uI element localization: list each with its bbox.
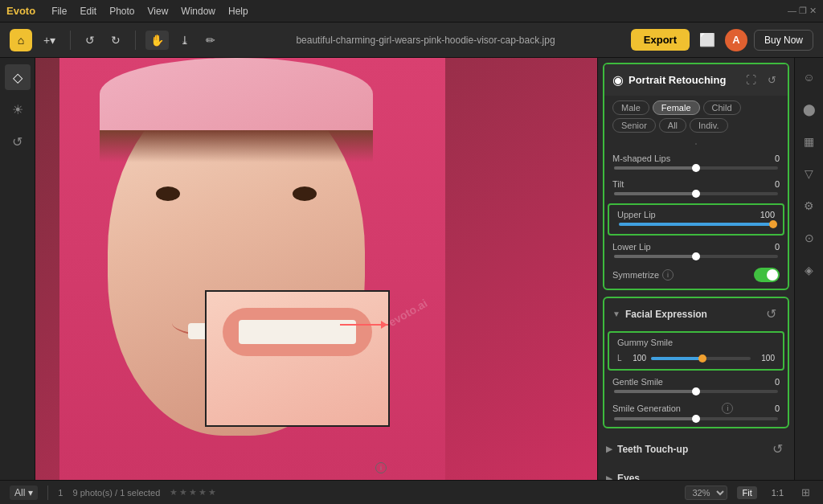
gummy-smile-track[interactable]: [651, 357, 751, 360]
menu-help[interactable]: Help: [228, 6, 248, 17]
add-button[interactable]: +▾: [39, 31, 60, 50]
tab-senior[interactable]: Senior: [612, 118, 656, 133]
star-3[interactable]: ★: [189, 487, 197, 498]
gentle-smile-fill: [614, 390, 696, 393]
star-rating[interactable]: ★ ★ ★ ★ ★: [170, 487, 216, 498]
menu-file[interactable]: File: [51, 6, 67, 17]
upper-lip-thumb[interactable]: [769, 220, 777, 228]
separator-1: [70, 31, 71, 50]
hat: [100, 58, 373, 130]
lower-lip-row: Lower Lip 0: [604, 239, 788, 264]
fullscreen-icon[interactable]: ⛶: [743, 71, 760, 89]
teeth-touchup-text: Teeth Touch-up: [617, 444, 688, 455]
menu-photo[interactable]: Photo: [109, 6, 134, 17]
sidebar-clothing-icon[interactable]: ▽: [796, 161, 822, 186]
app-logo[interactable]: Evoto: [6, 5, 35, 17]
gummy-smile-thumb[interactable]: [698, 354, 706, 363]
one-to-one-button[interactable]: 1:1: [767, 486, 788, 499]
m-shaped-lips-track[interactable]: [614, 166, 778, 170]
menu-view[interactable]: View: [148, 6, 169, 17]
home-button[interactable]: ⌂: [10, 29, 32, 51]
star-1[interactable]: ★: [170, 487, 178, 498]
fit-button[interactable]: Fit: [737, 486, 756, 499]
symmetrize-knob: [767, 269, 778, 281]
sidebar-shape-icon[interactable]: ◇: [5, 64, 31, 90]
buy-now-button[interactable]: Buy Now: [754, 30, 813, 51]
gentle-smile-track[interactable]: [614, 390, 778, 393]
undo-button[interactable]: ↺: [80, 31, 100, 50]
lower-lip-track[interactable]: [614, 255, 778, 258]
canvas-info-icon[interactable]: i: [375, 461, 387, 473]
sidebar-palette-icon[interactable]: ◈: [796, 257, 822, 283]
share-icon[interactable]: ⬜: [696, 29, 719, 51]
facial-expression-reset[interactable]: ↺: [763, 303, 780, 325]
zoom-select[interactable]: 32%: [685, 486, 727, 500]
star-5[interactable]: ★: [208, 487, 216, 498]
upper-lip-track[interactable]: [619, 223, 773, 226]
teeth-touchup-header[interactable]: ▶ Teeth Touch-up ↺: [598, 433, 794, 465]
smile-gen-info-icon[interactable]: i: [722, 403, 733, 414]
gummy-smile-label-row: Gummy Smile: [609, 334, 783, 352]
crop-tool-button[interactable]: ⤓: [175, 31, 194, 50]
redo-button[interactable]: ↻: [106, 31, 125, 50]
smile-generation-value: 0: [775, 404, 780, 413]
status-bar: All ▾ 1 9 photo(s) / 1 selected ★ ★ ★ ★ …: [0, 480, 823, 504]
eyes-header[interactable]: ▶ Eyes: [598, 468, 794, 480]
brush-tool-button[interactable]: ✏: [201, 31, 220, 50]
gummy-r-value: 100: [755, 354, 775, 363]
menu-bar: Evoto File Edit Photo View Window Help —…: [0, 0, 823, 23]
menu-window[interactable]: Window: [181, 6, 215, 17]
tab-male[interactable]: Male: [612, 100, 649, 115]
symmetrize-toggle[interactable]: [754, 268, 780, 282]
teeth-reset-icon[interactable]: ↺: [769, 438, 786, 460]
tilt-thumb[interactable]: [692, 190, 700, 198]
canvas-area[interactable]: evoto.ai i: [35, 58, 597, 480]
tilt-text: Tilt: [612, 179, 624, 189]
user-avatar[interactable]: A: [725, 29, 747, 51]
menu-edit[interactable]: Edit: [80, 6, 96, 17]
hand-tool-button[interactable]: ✋: [145, 31, 169, 50]
star-4[interactable]: ★: [199, 487, 207, 498]
smile-generation-thumb[interactable]: [692, 415, 700, 423]
lower-lip-thumb[interactable]: [692, 252, 700, 260]
sidebar-color-icon[interactable]: ⬤: [796, 96, 822, 122]
tab-child[interactable]: Child: [703, 100, 741, 115]
tilt-value: 0: [775, 179, 780, 189]
facial-expression-header[interactable]: ▼ Facial Expression ↺: [604, 298, 788, 330]
export-button[interactable]: Export: [631, 29, 690, 51]
filter-dropdown[interactable]: All ▾: [10, 486, 38, 500]
tab-all[interactable]: All: [659, 118, 686, 133]
main-area: ◇ ☀ ↺ evoto.ai: [0, 58, 823, 480]
eye-left: [156, 186, 180, 201]
tab-female[interactable]: Female: [653, 100, 700, 115]
filter-label: All: [14, 487, 25, 498]
m-shaped-lips-thumb[interactable]: [692, 164, 700, 172]
star-2[interactable]: ★: [179, 487, 187, 498]
teeth-closeup: [239, 320, 356, 344]
tilt-label: Tilt 0: [612, 179, 780, 189]
smile-generation-label: Smile Generation i 0: [612, 403, 780, 414]
sidebar-face-icon[interactable]: ☺: [796, 64, 822, 90]
gummy-l-label: L: [617, 354, 624, 363]
upper-lip-text: Upper Lip: [617, 210, 656, 219]
gentle-smile-thumb[interactable]: [692, 387, 700, 395]
portrait-retouching-header: ◉ Portrait Retouching ⛶ ↺: [604, 64, 788, 96]
symmetrize-info-icon[interactable]: i: [662, 269, 674, 281]
chevron-down-icon: ▼: [612, 309, 620, 318]
info-icon[interactable]: i: [375, 462, 387, 473]
sidebar-camera-icon[interactable]: ⊙: [796, 225, 822, 251]
tilt-track[interactable]: [614, 192, 778, 195]
sidebar-texture-icon[interactable]: ▦: [796, 129, 822, 154]
eye-right: [293, 186, 317, 201]
sidebar-history-icon[interactable]: ↺: [5, 129, 31, 154]
smile-generation-track[interactable]: [614, 417, 778, 420]
reset-icon[interactable]: ↺: [764, 71, 780, 89]
grid-view-icon[interactable]: ⊞: [798, 483, 813, 502]
eyes-section: ▶ Eyes Brightness ▾: [598, 466, 794, 480]
gentle-smile-row: Gentle Smile 0: [604, 374, 788, 400]
portrait-title: Portrait Retouching: [629, 74, 726, 86]
facial-expression-section: ▼ Facial Expression ↺ Gummy Smile L 100: [603, 297, 789, 428]
sidebar-settings-icon[interactable]: ⚙: [796, 193, 822, 219]
sidebar-adjust-icon[interactable]: ☀: [5, 96, 31, 122]
tab-indiv[interactable]: Indiv.: [690, 118, 727, 133]
